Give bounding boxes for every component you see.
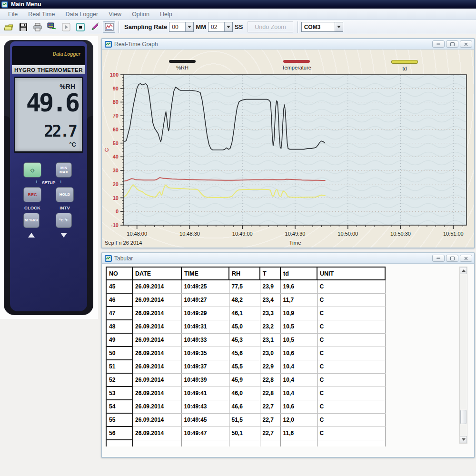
column-header-no[interactable]: NO [106,267,132,280]
table-row[interactable]: 5326.09.201410:49:4146,022,810,4C [106,387,385,400]
close-button[interactable] [460,255,472,262]
table-row[interactable]: 5526.09.201410:49:4551,522,712,0C [106,413,385,426]
table-row[interactable]: 4926.09.201410:49:3345,323,110,5C [106,333,385,347]
cell-unit: C [317,360,385,373]
cell-td: 10,4 [280,360,317,373]
cell-time: 10:49:35 [181,347,229,360]
maximize-button[interactable] [446,255,458,262]
table-row[interactable]: 4626.09.201410:49:2748,223,411,7C [106,293,385,307]
column-header-time[interactable]: TIME [181,267,229,280]
column-header-rh[interactable]: RH [229,267,260,280]
table-row[interactable]: 5626.09.201410:49:4750,122,711,6C [106,426,385,440]
column-header-t[interactable]: T [260,267,280,280]
table-row[interactable]: 5226.09.201410:49:3945,922,810,4C [106,373,385,387]
sampling-minutes-select[interactable]: 00 [169,22,194,32]
legend-label: %RH [176,65,188,70]
cell-no: 52 [106,373,132,387]
cell-rh: 45,9 [229,373,260,387]
tabular-window-titlebar[interactable]: Tabular [102,253,474,264]
com-port-select[interactable]: COM3 [301,22,343,32]
chevron-down-icon[interactable] [185,22,193,31]
cell-time: 10:49:41 [181,387,229,400]
table-row[interactable]: 4826.09.201410:49:3145,023,210,5C [106,320,385,333]
menu-bar: FileReal TimeData LoggerViewOptionHelp [0,9,476,20]
device-faceplate: Data Logger HYGRO THERMOMETER %RH 49.6 2… [10,41,87,311]
scrollbar-thumb[interactable] [460,410,466,424]
stop-icon[interactable] [74,21,87,33]
column-header-date[interactable]: DATE [132,267,181,280]
svg-text:C: C [104,148,109,152]
minutes-label: MM [196,23,206,30]
minimize-button[interactable] [432,255,445,262]
table-row[interactable]: 5426.09.201410:49:4346,622,710,6C [106,400,385,413]
play-icon[interactable] [60,21,72,33]
svg-text:10:51:00: 10:51:00 [443,231,464,237]
menu-item-file[interactable]: File [3,10,23,19]
menu-item-view[interactable]: View [103,10,127,19]
rec-key: REC [23,187,41,202]
cell-t: 23,4 [260,293,280,307]
cell-date: 26.09.2014 [132,400,181,413]
device-grip-right [87,116,93,273]
cell-no: 55 [106,413,132,426]
table-header-row: NODATETIMERHTtdUNIT [106,267,385,280]
table-row[interactable]: 5126.09.201410:49:3745,522,910,4C [106,360,385,373]
minimize-button[interactable] [432,40,445,48]
maximize-button[interactable] [446,40,458,48]
chevron-down-icon[interactable] [335,22,343,31]
cell-t: 23,1 [260,333,280,347]
scroll-down-button[interactable] [460,436,467,443]
column-header-td[interactable]: td [280,267,317,280]
scroll-up-button[interactable] [460,267,467,274]
menu-item-data-logger[interactable]: Data Logger [60,10,103,19]
cell-rh: 46,1 [229,307,260,320]
table-row[interactable]: 5026.09.201410:49:3545,623,010,6C [106,347,385,360]
svg-text:Time: Time [289,240,301,246]
graph-window-title: Real-Time Graph [114,41,431,48]
cell-time: 10:49:33 [181,333,229,347]
toolbar-separator [298,21,298,33]
pen-icon[interactable] [89,21,101,33]
print-icon[interactable] [31,21,44,33]
open-file-icon[interactable] [3,21,15,33]
cell-t: 22,7 [260,413,280,426]
realtime-chart[interactable]: 10:48:0010:48:3010:49:0010:49:3010:50:00… [102,71,474,248]
svg-text:10:50:30: 10:50:30 [390,231,411,237]
table-row[interactable]: 4726.09.201410:49:2946,123,310,9C [106,307,385,320]
device-badge-label: Data Logger [53,51,80,57]
sun-icon: ☼ [29,166,36,174]
svg-text:50: 50 [113,140,119,146]
export-icon[interactable] [46,21,58,33]
device-name: HYGRO THERMOMETER [14,67,83,73]
undo-zoom-button[interactable]: Undo Zoom [248,21,293,32]
menu-item-real-time[interactable]: Real Time [23,10,60,19]
save-icon[interactable] [17,21,30,33]
close-button[interactable] [460,40,472,48]
toolbar: Sampling Rate 00 MM 02 SS Undo Zoom COM3 [0,20,476,34]
graph-window-titlebar[interactable]: Real-Time Graph [102,39,474,50]
column-header-unit[interactable]: UNIT [317,267,385,280]
legend-label: Temperature [282,65,311,70]
vertical-scrollbar[interactable] [459,267,467,444]
device-keypad: ☼ MIN MAX └─ SETUP ─┘ REC HOLD CLOCK INT… [10,159,87,249]
tabular-window: Tabular NODATETIMERHTtdUNIT4526.09.20141… [101,252,475,458]
svg-text:20: 20 [113,181,119,187]
cell-rh: 77,5 [229,280,260,293]
legend-item-td: td [391,60,418,71]
legend-item-temperature: Temperature [282,60,311,70]
cell-time: 10:49:47 [181,426,229,440]
cell-t: 22,9 [260,360,280,373]
graph-window-content: %RHTemperaturetd 10:48:0010:48:3010:49:0… [102,50,474,248]
sampling-seconds-select[interactable]: 02 [208,22,233,32]
window-title: Main Menu [11,1,41,8]
toolbar-separator [119,21,119,33]
table-row[interactable]: 4526.09.201410:49:2577,523,919,6C [106,280,385,293]
chevron-down-icon[interactable] [224,22,232,31]
cell-td: 10,5 [280,333,317,347]
graph-icon[interactable] [103,21,115,33]
svg-text:0: 0 [116,208,119,214]
cell-rh: 46,6 [229,400,260,413]
cell-unit: C [317,307,385,320]
menu-item-option[interactable]: Option [127,10,155,19]
menu-item-help[interactable]: Help [155,10,178,19]
